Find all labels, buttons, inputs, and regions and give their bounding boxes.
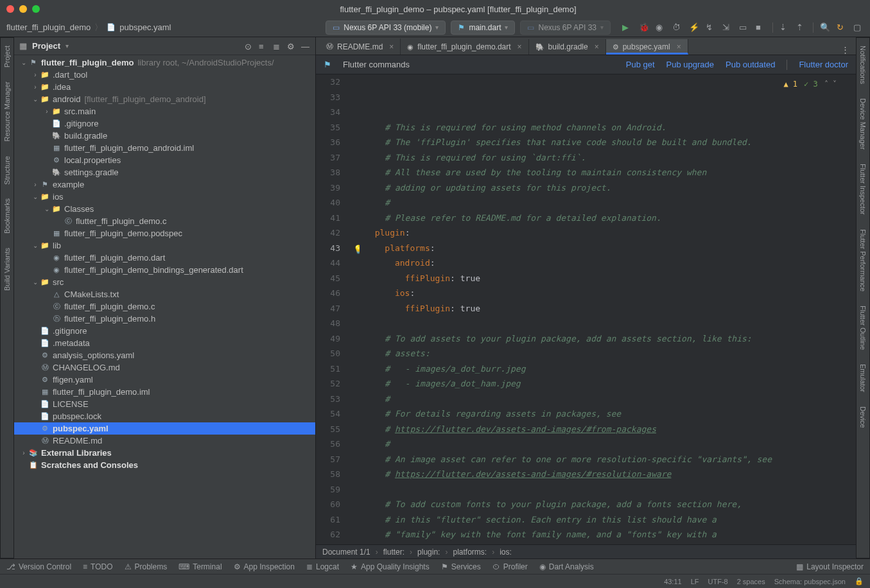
bottom-tool-tab[interactable]: ⎇Version Control [6,562,71,571]
toolwindow-tab[interactable]: Flutter Inspector [859,160,867,218]
stop-icon[interactable]: ■ [756,22,766,33]
tree-node[interactable]: 📄LICENSE [14,398,315,410]
inspection-widget[interactable]: ▲ 1 ✓ 3 ˄ ˅ [783,77,837,92]
run-config-dropdown[interactable]: ▭Nexus 6P API 33▾ [520,21,611,35]
bottom-tool-tab[interactable]: ◉Dart Analysis [539,562,594,571]
toolwindow-tab[interactable]: Structure [3,152,11,189]
hot-reload-icon[interactable]: ⚡ [689,22,699,33]
collapse-all-icon[interactable]: ≣ [273,42,282,51]
tree-node[interactable]: 📄.metadata [14,337,315,349]
code-editor[interactable]: 3233343536373839404142434445464748495051… [316,74,856,544]
tree-node[interactable]: ▦flutter_ffi_plugin_demo.iml [14,386,315,398]
toolwindow-tab[interactable]: Resource Manager [3,78,11,146]
editor-breadcrumb-segment[interactable]: Document 1/1 [322,548,370,557]
toolwindow-tab[interactable]: Build Variants [3,244,11,295]
tree-node[interactable]: ⓗflutter_ffi_plugin_demo.h [14,313,315,325]
bottom-tool-tab[interactable]: ⌨Terminal [178,562,222,571]
tree-node[interactable]: ⌄⚑flutter_ffi_plugin_demolibrary root, ~… [14,56,315,69]
bottom-tool-tab[interactable]: ⚙App Inspection [234,562,295,571]
tree-node[interactable]: 🐘build.gradle [14,130,315,142]
tree-node[interactable]: ⌄📁android[flutter_ffi_plugin_demo_androi… [14,93,315,105]
toolwindow-tab[interactable]: Project [3,42,11,71]
run-config-dropdown[interactable]: ⚑main.dart▾ [451,21,515,35]
run-config-dropdown[interactable]: ▭Nexus 6P API 33 (mobile)▾ [326,21,446,35]
coverage-icon[interactable]: ◉ [656,22,666,33]
project-tree[interactable]: ⌄⚑flutter_ffi_plugin_demolibrary root, ~… [14,55,315,558]
close-window-icon[interactable] [6,5,14,13]
bottom-tool-tab[interactable]: ⚠Problems [125,562,168,571]
minimize-window-icon[interactable] [19,5,27,13]
tree-node[interactable]: ›📁.idea [14,81,315,93]
hide-panel-icon[interactable]: — [301,42,310,51]
tree-node[interactable]: ◉flutter_ffi_plugin_demo.dart [14,252,315,264]
tree-node[interactable]: ⚙ffigen.yaml [14,374,315,386]
settings-icon[interactable]: ⚙ [287,42,296,51]
project-selector[interactable]: Project [32,41,60,51]
select-open-file-icon[interactable]: ⊙ [245,42,254,51]
flutter-link[interactable]: Pub outdated [726,60,775,69]
tree-node[interactable]: ⌄📁src [14,276,315,288]
toolwindow-tab[interactable]: Device Manager [859,94,867,153]
git-push-icon[interactable]: ⇡ [796,22,806,33]
status-segment[interactable]: UTF-8 [708,578,728,585]
breadcrumb[interactable]: flutter_ffi_plugin_demo〉📄 pubspec.yaml [6,22,171,33]
tree-node[interactable]: ▦flutter_ffi_plugin_demo_android.iml [14,142,315,154]
tree-node[interactable]: ⌄📁Classes [14,203,315,215]
editor-tab[interactable]: ⓂREADME.md× [320,39,401,55]
status-segment[interactable]: Schema: pubspec.json [774,578,846,585]
toolwindow-tab[interactable]: Flutter Performance [859,225,867,295]
tree-node[interactable]: ⓒflutter_ffi_plugin_demo.c [14,300,315,313]
flutter-link[interactable]: Pub upgrade [666,60,714,69]
tree-node[interactable]: ⚙local.properties [14,154,315,166]
tree-node[interactable]: 📋Scratches and Consoles [14,459,315,471]
toolwindow-tab[interactable]: Device [859,402,867,432]
profile-icon[interactable]: ⏱ [672,22,683,33]
sync-icon[interactable]: ↻ [837,22,847,33]
bottom-tool-tab[interactable]: ⚑Services [441,562,481,571]
close-tab-icon[interactable]: × [518,42,522,51]
toolwindow-tab[interactable]: Flutter Outline [859,302,867,354]
tree-node[interactable]: ⓂCHANGELOG.md [14,361,315,374]
status-segment[interactable]: 2 spaces [737,578,765,585]
line-number-gutter[interactable]: 3233343536373839404142434445464748495051… [316,74,352,544]
bottom-tool-tab[interactable]: ⏲Profiler [492,562,528,571]
tree-node[interactable]: ⌄📁ios [14,191,315,203]
tree-node[interactable]: ◉flutter_ffi_plugin_demo_bindings_genera… [14,264,315,276]
tree-node[interactable]: ›⚑example [14,178,315,191]
editor-breadcrumb-segment[interactable]: plugin: [417,548,440,557]
editor-tab[interactable]: ◉flutter_ffi_plugin_demo.dart× [401,39,528,55]
run-icon[interactable]: ▶ [622,22,632,33]
device-icon[interactable]: ▭ [739,22,749,33]
tree-node[interactable]: ⚙analysis_options.yaml [14,349,315,361]
editor-tab[interactable]: 🐘build.gradle× [529,39,606,55]
flutter-link[interactable]: Pub get [626,60,655,69]
git-pull-icon[interactable]: ⇣ [779,22,790,33]
tree-node[interactable]: ▦flutter_ffi_plugin_demo.podspec [14,227,315,239]
debug-icon[interactable]: 🐞 [639,22,649,33]
editor-breadcrumb-segment[interactable]: platforms: [453,548,487,557]
maximize-window-icon[interactable] [32,5,40,13]
tree-node[interactable]: ⌄📁lib [14,239,315,252]
tree-node[interactable]: △CMakeLists.txt [14,288,315,300]
tree-node[interactable]: 📄.gitignore [14,325,315,337]
editor-tab[interactable]: ⚙pubspec.yaml× [606,39,688,55]
attach-icon[interactable]: ⇲ [722,22,733,33]
close-tab-icon[interactable]: × [595,42,599,51]
lock-icon[interactable]: 🔒 [855,577,864,585]
breadcrumb-segment[interactable]: flutter_ffi_plugin_demo [6,22,91,32]
bottom-tool-tab[interactable]: ≣Logcat [306,562,339,571]
bottom-tool-tab[interactable]: ★App Quality Insights [351,562,430,571]
avatar-icon[interactable]: ▢ [853,22,864,33]
editor-breadcrumb-segment[interactable]: ios: [500,548,512,557]
toolwindow-tab[interactable]: Emulator [859,360,867,396]
tree-node[interactable]: 🐘settings.gradle [14,166,315,178]
toolwindow-tab[interactable]: Bookmarks [3,195,11,238]
bottom-tool-tab[interactable]: ≡TODO [83,562,112,571]
search-icon[interactable]: 🔍 [820,22,830,33]
status-segment[interactable]: LF [691,578,699,585]
editor-breadcrumb[interactable]: Document 1/1›flutter:›plugin:›platforms:… [316,544,856,558]
tree-node[interactable]: ⚙pubspec.yaml [14,422,315,435]
toolwindow-tab[interactable]: Notifications [859,42,867,88]
breadcrumb-segment[interactable]: pubspec.yaml [119,22,171,32]
close-tab-icon[interactable]: × [389,42,394,51]
